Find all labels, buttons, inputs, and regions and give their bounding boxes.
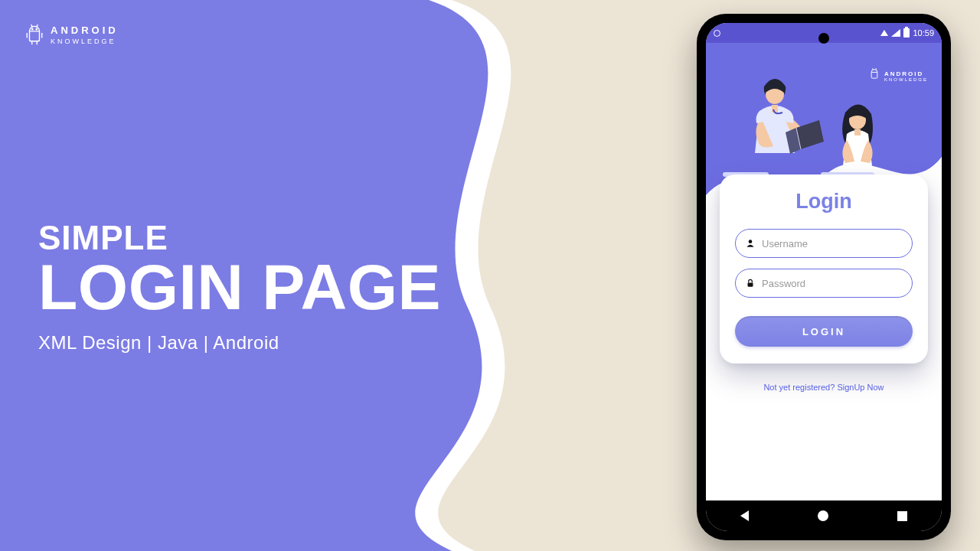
screen-brand-logo: ANDROID KNOWLEDGE xyxy=(868,67,928,84)
signup-link[interactable]: Not yet registered? SignUp Now xyxy=(706,383,942,392)
card-title: Login xyxy=(735,190,913,214)
username-input[interactable] xyxy=(762,238,903,249)
camera-notch xyxy=(818,33,829,44)
nav-back-icon[interactable] xyxy=(740,510,749,521)
login-card: Login LOGIN xyxy=(720,174,928,364)
battery-icon xyxy=(903,28,910,37)
password-input[interactable] xyxy=(762,278,903,289)
brand-tagline: KNOWLEDGE xyxy=(51,37,119,45)
android-icon xyxy=(24,23,44,46)
person-icon xyxy=(745,238,756,249)
thumbnail-stage: ANDROID KNOWLEDGE SIMPLE LOGIN PAGE XML … xyxy=(0,0,980,551)
hero-text: SIMPLE LOGIN PAGE XML Design | Java | An… xyxy=(38,219,441,354)
android-icon xyxy=(868,67,880,84)
lock-icon xyxy=(745,278,756,289)
svg-point-6 xyxy=(32,28,33,29)
phone-screen: 10:59 xyxy=(706,23,942,531)
nav-home-icon[interactable] xyxy=(818,510,828,521)
screen-brand-name: ANDROID xyxy=(884,70,928,77)
svg-point-15 xyxy=(749,240,753,243)
hero-title: LOGIN PAGE xyxy=(38,257,441,318)
login-button[interactable]: LOGIN xyxy=(735,316,913,347)
hero-subtitle: XML Design | Java | Android xyxy=(38,332,441,354)
status-time: 10:59 xyxy=(913,28,934,37)
phone-mockup: 10:59 xyxy=(697,14,951,540)
username-field[interactable] xyxy=(735,229,913,258)
svg-point-7 xyxy=(36,28,37,29)
nav-recent-icon[interactable] xyxy=(897,511,907,521)
android-nav-bar xyxy=(706,500,942,531)
brand-logo: ANDROID KNOWLEDGE xyxy=(24,23,119,46)
signal-icon xyxy=(891,29,900,37)
status-dot-icon xyxy=(714,30,720,37)
wifi-icon xyxy=(880,30,888,36)
brand-name: ANDROID xyxy=(51,24,119,36)
svg-rect-16 xyxy=(748,282,753,286)
screen-brand-tagline: KNOWLEDGE xyxy=(884,77,928,82)
password-field[interactable] xyxy=(735,269,913,298)
